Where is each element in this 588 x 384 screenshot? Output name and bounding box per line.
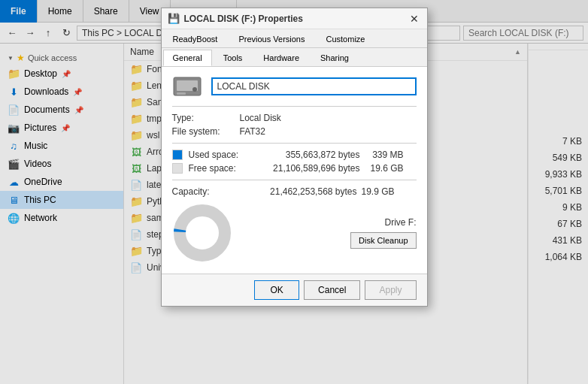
- tab-sharing[interactable]: Sharing: [311, 50, 359, 66]
- free-size: 19.6 GB: [366, 163, 404, 174]
- modal-tabs-row1: ReadyBoost Previous Versions Customize: [162, 29, 427, 48]
- used-size: 339 MB: [366, 150, 404, 160]
- modal-footer: OK Cancel Apply: [162, 274, 427, 306]
- disk-name-area: [211, 77, 417, 95]
- svg-point-2: [192, 87, 197, 92]
- modal-overlay: 💾 LOCAL DISK (F:) Properties ✕ ReadyBoos…: [0, 0, 588, 384]
- ok-button[interactable]: OK: [254, 280, 299, 300]
- used-space-row: Used space: 355,663,872 bytes 339 MB: [172, 150, 417, 160]
- capacity-label: Capacity:: [172, 186, 259, 197]
- free-bytes: 21,106,589,696 bytes: [262, 163, 360, 174]
- used-label: Used space:: [189, 150, 256, 160]
- tab-readyboost[interactable]: ReadyBoost: [163, 31, 228, 47]
- tab-customize[interactable]: Customize: [316, 31, 374, 47]
- free-space-row: Free space: 21,106,589,696 bytes 19.6 GB: [172, 163, 417, 174]
- chart-area: Drive F: Disk Cleanup: [172, 203, 417, 263]
- modal-title: LOCAL DISK (F:) Properties: [184, 14, 403, 24]
- type-value: Local Disk: [240, 113, 281, 123]
- tab-hardware[interactable]: Hardware: [253, 50, 309, 66]
- free-color-box: [172, 163, 183, 174]
- modal-title-bar: 💾 LOCAL DISK (F:) Properties ✕: [162, 8, 427, 29]
- used-color-box: [172, 150, 183, 160]
- tab-previous-versions[interactable]: Previous Versions: [229, 31, 314, 47]
- modal-tabs-row2: General Tools Hardware Sharing: [162, 48, 427, 67]
- modal-close-button[interactable]: ✕: [408, 12, 421, 26]
- tab-general[interactable]: General: [163, 50, 212, 66]
- drive-label-text: Drive F:: [385, 217, 417, 228]
- disk-drive-icon: [172, 74, 202, 98]
- donut-chart: [172, 203, 232, 263]
- filesystem-label: File system:: [172, 126, 240, 137]
- tab-tools[interactable]: Tools: [214, 50, 253, 66]
- chart-right: Drive F: Disk Cleanup: [350, 217, 416, 249]
- free-label: Free space:: [189, 163, 256, 174]
- filesystem-row: File system: FAT32: [172, 126, 417, 137]
- cancel-button[interactable]: Cancel: [304, 280, 360, 300]
- disk-cleanup-button[interactable]: Disk Cleanup: [350, 232, 416, 249]
- filesystem-value: FAT32: [240, 126, 265, 137]
- properties-modal: 💾 LOCAL DISK (F:) Properties ✕ ReadyBoos…: [161, 8, 428, 307]
- capacity-row: Capacity: 21,462,253,568 bytes 19.9 GB: [172, 186, 417, 197]
- used-bytes: 355,663,872 bytes: [262, 150, 360, 160]
- capacity-size: 19.9 GB: [357, 186, 395, 197]
- disk-icon-area: [172, 74, 202, 98]
- type-label: Type:: [172, 113, 240, 123]
- type-row: Type: Local Disk: [172, 113, 417, 123]
- disk-small-icon: 💾: [168, 13, 180, 24]
- svg-rect-3: [177, 92, 186, 95]
- disk-name-input[interactable]: [211, 77, 417, 95]
- drive-label: Drive F:: [385, 217, 417, 228]
- apply-button[interactable]: Apply: [365, 280, 416, 300]
- svg-point-4: [180, 210, 225, 255]
- modal-content: Type: Local Disk File system: FAT32 Used…: [162, 67, 427, 274]
- disk-info-row: [172, 74, 417, 98]
- capacity-bytes: 21,462,253,568 bytes: [259, 186, 357, 197]
